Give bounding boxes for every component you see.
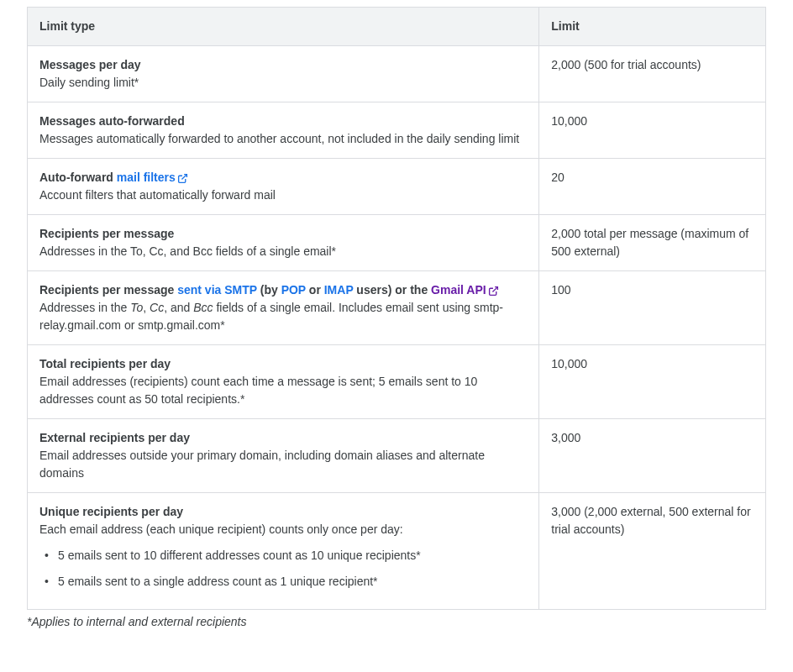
- limit-value: 100: [539, 271, 766, 345]
- external-link-icon: [177, 173, 188, 184]
- pop-link[interactable]: POP: [281, 283, 306, 297]
- limit-value: 3,000 (2,000 external, 500 external for …: [539, 493, 766, 610]
- row-title: Messages auto-forwarded: [39, 113, 527, 130]
- row-title: Total recipients per day: [39, 355, 527, 373]
- bullet-list: 5 emails sent to 10 different addresses …: [39, 547, 527, 591]
- table-row: Messages auto-forwarded Messages automat…: [28, 102, 766, 159]
- header-limit: Limit: [539, 8, 766, 46]
- row-title: Auto-forward mail filters: [39, 169, 527, 186]
- row-desc: Messages automatically forwarded to anot…: [39, 130, 527, 148]
- table-row: Total recipients per day Email addresses…: [28, 345, 766, 419]
- row-desc: Email addresses (recipients) count each …: [39, 373, 527, 408]
- table-row: Recipients per message sent via SMTP (by…: [28, 271, 766, 345]
- row-desc: Account filters that automatically forwa…: [39, 186, 527, 204]
- limit-value: 10,000: [539, 345, 766, 419]
- header-limit-type: Limit type: [28, 8, 539, 46]
- external-link-icon: [488, 286, 499, 297]
- row-title: Recipients per message: [39, 225, 527, 243]
- limit-value: 10,000: [539, 102, 766, 159]
- row-title: External recipients per day: [39, 429, 527, 447]
- table-row: External recipients per day Email addres…: [28, 419, 766, 493]
- mail-filters-link[interactable]: mail filters: [117, 171, 176, 184]
- row-desc: Daily sending limit*: [39, 74, 527, 92]
- footnote: *Applies to internal and external recipi…: [27, 615, 766, 628]
- row-title: Recipients per message sent via SMTP (by…: [39, 281, 527, 299]
- svg-line-0: [181, 174, 186, 179]
- table-row: Unique recipients per day Each email add…: [28, 493, 766, 610]
- row-desc: Each email address (each unique recipien…: [39, 521, 527, 538]
- svg-line-1: [492, 286, 497, 291]
- row-title: Unique recipients per day: [39, 503, 527, 521]
- list-item: 5 emails sent to 10 different addresses …: [43, 547, 527, 564]
- row-desc: Addresses in the To, Cc, and Bcc fields …: [39, 299, 527, 334]
- limit-value: 2,000 total per message (maximum of 500 …: [539, 215, 766, 271]
- limit-value: 3,000: [539, 419, 766, 493]
- limit-value: 2,000 (500 for trial accounts): [539, 46, 766, 102]
- table-row: Auto-forward mail filters Account filter…: [28, 159, 766, 215]
- row-title: Messages per day: [39, 56, 527, 74]
- table-row: Recipients per message Addresses in the …: [28, 215, 766, 271]
- limits-table: Limit type Limit Messages per day Daily …: [27, 7, 766, 610]
- imap-link[interactable]: IMAP: [324, 283, 354, 297]
- row-desc: Email addresses outside your primary dom…: [39, 447, 527, 482]
- list-item: 5 emails sent to a single address count …: [43, 573, 527, 591]
- row-desc: Addresses in the To, Cc, and Bcc fields …: [39, 243, 527, 260]
- table-row: Messages per day Daily sending limit* 2,…: [28, 46, 766, 102]
- limit-value: 20: [539, 159, 766, 215]
- gmail-api-link[interactable]: Gmail API: [431, 283, 486, 297]
- smtp-link[interactable]: sent via SMTP: [177, 283, 257, 297]
